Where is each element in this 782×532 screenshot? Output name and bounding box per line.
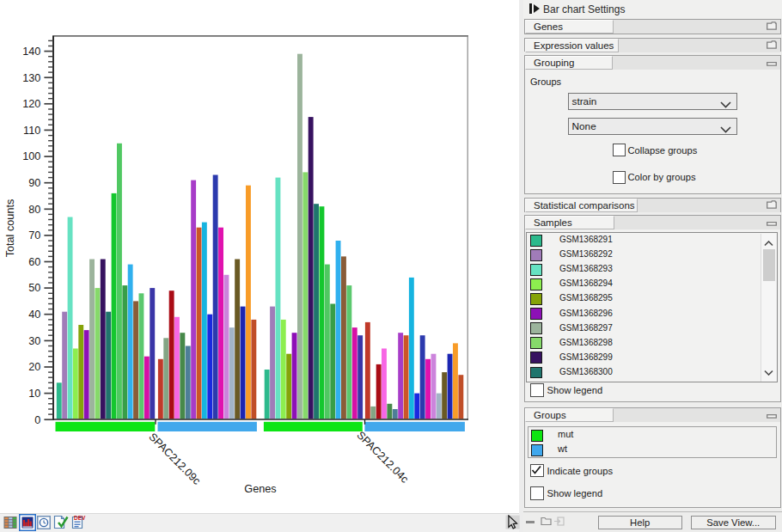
- svg-text:70: 70: [28, 229, 40, 242]
- svg-text:40: 40: [28, 309, 40, 321]
- svg-text:120: 120: [22, 98, 40, 110]
- svg-text:50: 50: [28, 282, 40, 294]
- svg-text:10: 10: [28, 388, 40, 400]
- svg-text:Total counts: Total counts: [4, 199, 16, 258]
- svg-text:60: 60: [28, 256, 40, 268]
- svg-text:130: 130: [22, 72, 40, 84]
- svg-text:110: 110: [23, 125, 40, 137]
- svg-text:30: 30: [28, 335, 40, 347]
- svg-text:90: 90: [28, 177, 40, 189]
- svg-text:80: 80: [28, 204, 40, 216]
- svg-text:140: 140: [22, 46, 40, 58]
- svg-text:0: 0: [34, 414, 40, 426]
- svg-text:Genes: Genes: [244, 483, 276, 495]
- svg-text:20: 20: [28, 361, 40, 373]
- svg-text:DEV: DEV: [74, 515, 86, 521]
- svg-text:100: 100: [22, 150, 40, 162]
